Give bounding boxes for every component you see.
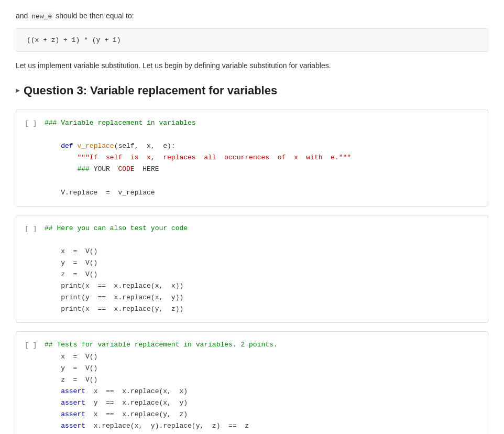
- cell-label-3: [ ]: [25, 339, 40, 351]
- cell-label-2: [ ]: [25, 223, 40, 234]
- cell-3-line-8: assert x.replace(x, y).replace(y, z) == …: [45, 420, 479, 432]
- code-token: print(x == x.replace(y, z)): [45, 305, 183, 313]
- code-token: [45, 387, 61, 395]
- code-token: YOUR: [94, 165, 118, 173]
- cell-1-line-2: [45, 129, 479, 140]
- desc-text: Let us implement variable substitution. …: [16, 60, 488, 71]
- code-token: assert: [61, 410, 85, 418]
- cell-1-line-5: ### YOUR CODE HERE: [45, 164, 479, 175]
- code-token: [45, 422, 61, 430]
- cell-1-line-3: def v_replace(self, x, e):: [45, 140, 479, 152]
- code-token: assert: [61, 387, 85, 395]
- section-arrow[interactable]: ▸: [16, 85, 19, 96]
- formula-block: ((x + z) + 1) * (y + 1): [16, 28, 488, 52]
- code-token: z =: [45, 376, 85, 384]
- cell-2-line-8: print(x == x.replace(y, z)): [45, 303, 479, 315]
- code-token: V.replace = v_replace: [45, 189, 155, 197]
- code-token: HERE: [135, 165, 159, 173]
- cell-1-line-7: V.replace = v_replace: [45, 187, 479, 199]
- code-token: ### Variable replacement in variables: [45, 119, 196, 127]
- section-title: Question 3: Variable replacement for var…: [24, 82, 277, 99]
- code-token: y == x.replace(x, y): [85, 399, 188, 407]
- cell-3-line-4: z = V(): [45, 374, 479, 386]
- cell-code-1[interactable]: ### Variable replacement in variables de…: [45, 117, 479, 199]
- cell-2-line-5: z = V(): [45, 269, 479, 280]
- cell-3-line-1: ## Tests for variable replacement in var…: [45, 339, 479, 351]
- section-heading: ▸ Question 3: Variable replacement for v…: [16, 82, 488, 99]
- code-token: v_replace: [77, 142, 114, 150]
- cell-3-line-3: y = V(): [45, 363, 479, 374]
- cell-1-line-6: [45, 175, 479, 187]
- formula-text: ((x + z) + 1) * (y + 1): [27, 36, 120, 44]
- cell-2-line-7: print(y == x.replace(x, y)): [45, 292, 479, 303]
- code-token: [45, 399, 61, 407]
- code-token: [45, 154, 77, 161]
- cells-container: [ ]### Variable replacement in variables…: [16, 110, 488, 434]
- code-token: [45, 410, 61, 418]
- code-token: y =: [45, 259, 85, 267]
- code-token: V(): [85, 270, 97, 278]
- cell-2-line-4: y = V(): [45, 257, 479, 269]
- cell-label-1: [ ]: [25, 117, 40, 129]
- code-token: V(): [85, 364, 97, 372]
- cell-3-line-7: assert x == x.replace(y, z): [45, 409, 479, 420]
- code-token: print(y == x.replace(x, y)): [45, 294, 183, 301]
- code-token: x == x.replace(y, z): [85, 410, 188, 418]
- cell-3-line-6: assert y == x.replace(x, y): [45, 397, 479, 409]
- rest-text: should be then equal to:: [53, 12, 134, 20]
- code-token: CODE: [118, 165, 134, 173]
- cell-3-line-2: x = V(): [45, 351, 479, 363]
- code-token: x == x.replace(x, x): [85, 387, 188, 395]
- code-token: y =: [45, 364, 85, 372]
- cell-1-line-1: ### Variable replacement in variables: [45, 117, 479, 129]
- code-token: (self, x, e):: [114, 142, 176, 150]
- code-token: print(x == x.replace(x, x)): [45, 282, 183, 290]
- code-token: V(): [85, 376, 97, 384]
- code-token: ## Tests for variable replacement in var…: [45, 341, 278, 349]
- cell-1-line-4: """If self is x, replaces all occurrence…: [45, 152, 479, 164]
- notebook-cell-3[interactable]: [ ]## Tests for variable replacement in …: [16, 331, 488, 434]
- new-e-code: new_e: [30, 12, 53, 21]
- code-token: V(): [85, 259, 97, 267]
- code-token: assert: [61, 399, 85, 407]
- code-token: """If self is x, replaces all occurrence…: [77, 154, 351, 161]
- code-token: [45, 142, 61, 150]
- intro-paragraph: and new_e should be then equal to:: [16, 10, 488, 22]
- cell-2-line-3: x = V(): [45, 246, 479, 257]
- code-token: def: [61, 142, 73, 150]
- code-token: z =: [45, 270, 85, 278]
- code-token: ## Here you can also test your code: [45, 224, 188, 232]
- cell-code-2[interactable]: ## Here you can also test your code x = …: [45, 223, 479, 316]
- notebook-cell-2[interactable]: [ ]## Here you can also test your code x…: [16, 215, 488, 323]
- and-text: and: [16, 12, 30, 20]
- cell-3-line-5: assert x == x.replace(x, x): [45, 386, 479, 397]
- code-token: ###: [77, 165, 93, 173]
- code-token: x.replace(x, y).replace(y, z) == z: [85, 422, 249, 430]
- code-token: x =: [45, 247, 85, 255]
- code-token: V(): [85, 247, 97, 255]
- code-token: x =: [45, 353, 85, 361]
- notebook-cell-1[interactable]: [ ]### Variable replacement in variables…: [16, 110, 488, 207]
- cell-code-3[interactable]: ## Tests for variable replacement in var…: [45, 339, 479, 432]
- code-token: assert: [61, 422, 85, 430]
- code-token: V(): [85, 353, 97, 361]
- cell-2-line-6: print(x == x.replace(x, x)): [45, 280, 479, 292]
- cell-2-line-1: ## Here you can also test your code: [45, 223, 479, 234]
- code-token: [45, 165, 77, 173]
- cell-2-line-2: [45, 234, 479, 246]
